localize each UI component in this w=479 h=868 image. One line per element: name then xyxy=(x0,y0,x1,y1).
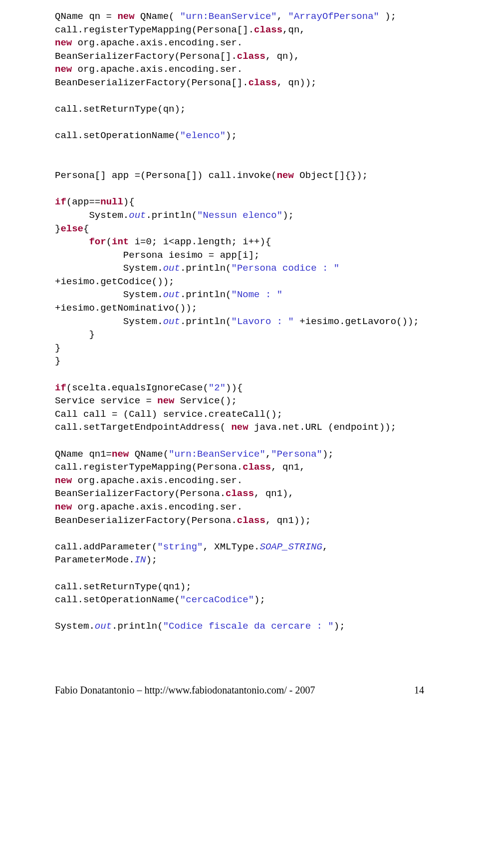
code-line: if(app==null){ xyxy=(55,195,424,209)
code-token-str: "2" xyxy=(209,382,226,393)
page-footer: Fabio Donatantonio – http://www.fabiodon… xyxy=(0,683,479,712)
code-token-kw: new xyxy=(157,395,174,406)
code-token-kw: for xyxy=(89,236,106,247)
code-token-str: "Persona" xyxy=(271,449,322,460)
code-line: for(int i=0; i<app.length; i++){ xyxy=(55,235,424,249)
code-token-plain: , qn1, xyxy=(271,462,305,473)
code-token-plain: BeanDeserializerFactory(Persona[]. xyxy=(55,77,248,88)
code-token-plain: ); xyxy=(146,554,157,565)
code-line: call.setOperationName("elenco"); xyxy=(55,129,424,143)
code-token-str: "Lavoro : " xyxy=(232,316,294,327)
code-page: QName qn = new QName( "urn:BeanService",… xyxy=(0,0,479,648)
code-token-plain: call.registerTypeMapping(Persona[]. xyxy=(55,24,254,35)
code-token-plain: call.addParameter( xyxy=(55,541,157,552)
blank-line xyxy=(55,434,424,448)
code-token-kw: new xyxy=(112,449,129,460)
code-token-plain: Service(); xyxy=(174,395,237,406)
code-token-plain: QName qn1= xyxy=(55,449,112,460)
code-line: Persona[] app =(Persona[]) call.invoke(n… xyxy=(55,169,424,182)
code-line: call.setReturnType(qn1); xyxy=(55,580,424,594)
code-line: BeanDeserializerFactory(Persona[].class,… xyxy=(55,76,424,90)
code-token-str: "cercaCodice" xyxy=(180,594,254,605)
code-token-kw: class xyxy=(248,77,277,88)
blank-line xyxy=(55,527,424,540)
code-token-plain: , xyxy=(277,11,288,22)
code-token-plain: ); xyxy=(334,621,345,632)
code-token-kw: int xyxy=(112,236,129,247)
code-token-plain: , qn1)); xyxy=(265,515,311,526)
code-line: System.out.println("Nessun elenco"); xyxy=(55,209,424,222)
code-token-kw: class xyxy=(254,24,282,35)
code-token-plain: System. xyxy=(55,621,95,632)
code-token-plain: ); xyxy=(379,11,396,22)
code-token-kw: class xyxy=(242,462,271,473)
code-line: System.out.println("Codice fiscale da ce… xyxy=(55,620,424,633)
blank-line xyxy=(55,607,424,620)
code-token-plain: , qn), xyxy=(265,51,299,62)
code-token-plain: System. xyxy=(55,263,163,274)
code-line: new org.apache.axis.encoding.ser. xyxy=(55,501,424,514)
code-token-plain: (app== xyxy=(66,196,100,207)
code-token-plain: ,qn, xyxy=(282,24,305,35)
code-token-kw: new xyxy=(55,502,72,513)
code-token-kw: new xyxy=(231,422,248,433)
code-token-kw: new xyxy=(55,37,72,48)
code-line: } xyxy=(55,354,424,368)
code-token-kw: new xyxy=(277,170,294,181)
code-token-str: "urn:BeanService" xyxy=(169,449,265,460)
code-token-plain: call.setReturnType(qn1); xyxy=(55,581,192,592)
code-line: Persona iesimo = app[i]; xyxy=(55,249,424,262)
code-token-plain: )){ xyxy=(226,382,242,393)
code-token-plain: ); xyxy=(282,210,294,221)
code-token-ital: IN xyxy=(135,554,146,565)
code-line: Call call = (Call) service.createCall(); xyxy=(55,408,424,421)
code-token-str: "Nessun elenco" xyxy=(197,210,282,221)
code-token-kw: class xyxy=(226,488,254,499)
code-token-kw: null xyxy=(100,196,123,207)
code-token-plain: .println( xyxy=(180,263,232,274)
code-token-plain: QName( xyxy=(129,449,169,460)
code-token-ital: out xyxy=(163,316,180,327)
code-token-plain: java.net.URL (endpoint)); xyxy=(248,422,396,433)
code-token-plain xyxy=(55,236,89,247)
code-token-plain: ( xyxy=(106,236,112,247)
code-token-str: "elenco" xyxy=(180,130,226,141)
code-token-plain: .println( xyxy=(180,316,232,327)
code-token-plain: call.setReturnType(qn); xyxy=(55,104,186,115)
page-number: 14 xyxy=(414,683,424,697)
blank-line xyxy=(55,143,424,156)
code-line: }else{ xyxy=(55,222,424,236)
code-token-plain: { xyxy=(83,223,89,234)
code-token-plain: ){ xyxy=(123,196,135,207)
code-token-plain: QName( xyxy=(135,11,180,22)
code-token-plain: BeanSerializerFactory(Persona[]. xyxy=(55,51,237,62)
code-token-plain: System. xyxy=(55,210,129,221)
code-line: BeanSerializerFactory(Persona.class, qn1… xyxy=(55,487,424,501)
code-token-plain: .println( xyxy=(146,210,197,221)
code-line: new org.apache.axis.encoding.ser. xyxy=(55,474,424,488)
code-token-plain: (scelta.equalsIgnoreCase( xyxy=(66,382,209,393)
code-token-ital: out xyxy=(163,289,180,300)
code-line: new org.apache.axis.encoding.ser. xyxy=(55,36,424,50)
code-token-plain: System. xyxy=(55,316,163,327)
code-token-plain: BeanDeserializerFactory(Persona. xyxy=(55,515,237,526)
footer-left: Fabio Donatantonio – http://www.fabiodon… xyxy=(55,683,315,697)
code-token-plain: call.setOperationName( xyxy=(55,594,180,605)
code-token-plain: Object[]{}); xyxy=(294,170,368,181)
code-token-str: "ArrayOfPersona" xyxy=(288,11,379,22)
blank-line xyxy=(55,116,424,130)
code-token-kw: class xyxy=(237,51,265,62)
code-token-plain: System. xyxy=(55,289,163,300)
code-token-plain: } xyxy=(55,355,60,366)
code-token-plain: call.setTargetEndpointAddress( xyxy=(55,422,231,433)
code-token-plain: i=0; i<app.length; i++){ xyxy=(129,236,271,247)
code-token-plain: .println( xyxy=(112,621,163,632)
code-token-ital: out xyxy=(129,210,146,221)
code-token-ital: SOAP_STRING xyxy=(259,541,322,552)
code-line: QName qn = new QName( "urn:BeanService",… xyxy=(55,10,424,23)
code-line: System.out.println("Nome : " +iesimo.get… xyxy=(55,288,424,315)
code-line: call.registerTypeMapping(Persona.class, … xyxy=(55,461,424,474)
code-token-ital: out xyxy=(163,263,180,274)
code-line: } xyxy=(55,342,424,355)
code-line: System.out.println("Lavoro : " +iesimo.g… xyxy=(55,315,424,329)
